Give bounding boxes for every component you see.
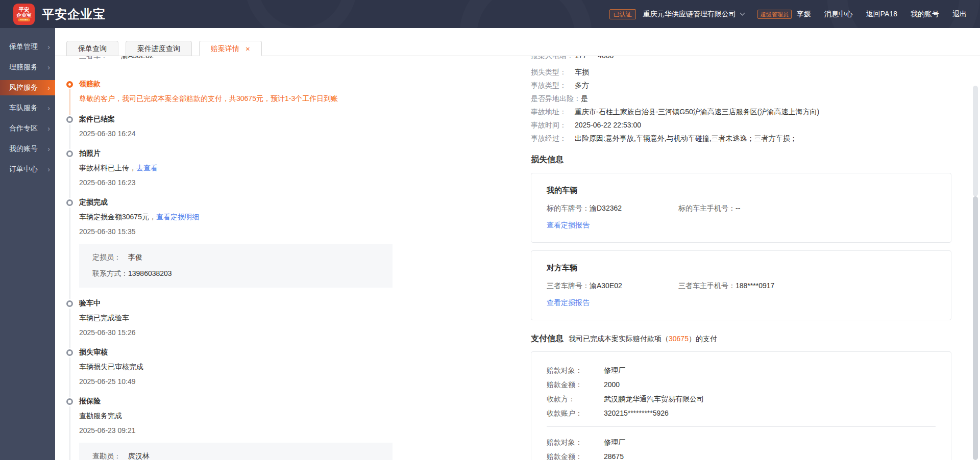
sidebar-item-my-account[interactable]: 我的账号› xyxy=(0,141,55,157)
timeline-dot-icon xyxy=(66,300,73,307)
header-link-message-center[interactable]: 消息中心 xyxy=(824,10,853,19)
sidebar-item-label: 合作专区 xyxy=(9,124,47,133)
field-value: 渝D32362 xyxy=(590,204,622,212)
scrollbar-thumb[interactable] xyxy=(973,196,978,460)
field-value: 修理厂 xyxy=(604,365,625,375)
vehicle-field: 标的车牌号：渝D32362 xyxy=(547,204,678,213)
view-loss-report-link[interactable]: 查看定损报告 xyxy=(547,298,590,308)
timeline-desc-link[interactable]: 查看定损明细 xyxy=(156,213,199,221)
payment-row: 收款方：武汉鹏龙华通汽车贸易有限公司 xyxy=(547,394,936,404)
payment-subtitle-suffix: ）的支付 xyxy=(689,335,717,343)
view-loss-report-link[interactable]: 查看定损报告 xyxy=(547,221,590,230)
timeline-step-title: 案件已结案 xyxy=(79,115,419,124)
top-header: 平安 企业宝 PINGAN 平安企业宝 已认证 重庆元华供应链管理有限公司 超级… xyxy=(0,0,980,28)
tab-policy-query[interactable]: 保单查询 xyxy=(66,41,118,56)
field-value: 2000 xyxy=(604,379,620,390)
field-label: 联系方式： xyxy=(92,269,128,278)
header-link-logout[interactable]: 退出 xyxy=(952,10,967,19)
company-selector[interactable]: 重庆元华供应链管理有限公司 xyxy=(643,10,744,19)
tab-label: 赔案详情 xyxy=(211,41,239,56)
app-logo-subtext: PINGAN xyxy=(18,18,30,21)
field-value: 2025-06-22 22:53:00 xyxy=(575,120,641,130)
timeline-item-case-closed: 案件已结案2025-06-30 16:24 xyxy=(66,115,419,149)
field-value: 李俊 xyxy=(128,253,142,261)
timeline-desc-link[interactable]: 去查看 xyxy=(136,164,158,172)
loss-info-title: 损失信息 xyxy=(531,155,951,165)
chevron-right-icon: › xyxy=(47,145,50,153)
payment-entry: 赔款对象：修理厂赔款金额：28675收款方：武汉鹏龙华通汽车贸易有限公司收款账户… xyxy=(547,437,936,460)
tab-claim-detail[interactable]: 赔案详情× xyxy=(199,41,262,56)
chevron-right-icon: › xyxy=(47,84,50,92)
timeline-step-desc: 查勘服务完成 xyxy=(79,412,419,421)
sidebar-item-claims-service[interactable]: 理赔服务› xyxy=(0,60,55,75)
timeline-connector xyxy=(69,208,70,299)
tab-label: 保单查询 xyxy=(78,44,107,53)
timeline-connector xyxy=(69,124,70,149)
header-link-back-to-pa18[interactable]: 返回PA18 xyxy=(866,10,897,19)
timeline-step-time: 2025-06-25 10:49 xyxy=(79,377,419,386)
tab-label: 案件进度查询 xyxy=(137,44,180,53)
payment-divider xyxy=(547,426,936,427)
chevron-right-icon: › xyxy=(47,63,50,71)
chevron-right-icon: › xyxy=(47,165,50,173)
field-value: 武汉鹏龙华通汽车贸易有限公司 xyxy=(604,394,704,404)
claim-detail-panel: 报案人电话： 177****4000 损失类型：车损事故类型：多方是否异地出险：… xyxy=(531,52,951,460)
accident-info-rows: 损失类型：车损事故类型：多方是否异地出险：是事故地址：重庆市-石柱土家族自治县-… xyxy=(531,67,951,143)
sidebar-item-risk-control-service[interactable]: 风控服务› xyxy=(0,80,55,95)
user-name[interactable]: 李媛 xyxy=(797,10,811,19)
accident-info-row: 事故时间：2025-06-22 22:53:00 xyxy=(531,120,951,130)
timeline-step-desc: 车辆损失已审核完成 xyxy=(79,363,419,372)
timeline-step-desc: 车辆已完成验车 xyxy=(79,314,419,323)
sidebar-item-policy-management[interactable]: 保单管理› xyxy=(0,39,55,55)
timeline-desc-text: 事故材料已上传， xyxy=(79,164,136,172)
tab-case-progress-query[interactable]: 案件进度查询 xyxy=(126,41,192,56)
field-label: 标的车主手机号： xyxy=(678,204,736,212)
timeline-detail-box: 查勘员：庹汉林 xyxy=(79,443,393,460)
field-label: 是否异地出险： xyxy=(531,93,581,104)
sidebar-item-cooperation-zone[interactable]: 合作专区› xyxy=(0,121,55,136)
accident-info-row: 事故地址：重庆市-石柱土家族自治县-三河镇G50沪渝高速三店服务区(沪渝高速上海… xyxy=(531,107,951,117)
timeline-step-time: 2025-06-30 15:35 xyxy=(79,227,419,236)
field-value: 是 xyxy=(581,93,588,104)
sidebar: 保单管理›理赔服务›风控服务›车队服务›合作专区›我的账号›订单中心› xyxy=(0,28,55,460)
timeline-connector xyxy=(69,357,70,397)
timeline-step-desc: 车辆定损金额30675元，查看定损明细 xyxy=(79,213,419,222)
field-value: 渝A30E02 xyxy=(590,282,622,290)
detail-box-row: 定损员：李俊 xyxy=(92,253,379,262)
chevron-right-icon: › xyxy=(47,104,50,112)
timeline-step-title: 损失审核 xyxy=(79,348,419,357)
company-name: 重庆元华供应链管理有限公司 xyxy=(643,10,736,19)
timeline-item-loss-assessment-complete: 定损完成车辆定损金额30675元，查看定损明细2025-06-30 15:35定… xyxy=(66,198,419,299)
app-logo-text: 平安 企业宝 xyxy=(16,7,32,18)
timeline-connector xyxy=(69,89,70,115)
close-icon[interactable]: × xyxy=(246,45,250,53)
field-value: 车损 xyxy=(575,67,589,77)
accident-info-row: 事故类型：多方 xyxy=(531,80,951,90)
field-value: 188****0917 xyxy=(736,282,774,290)
sidebar-item-label: 我的账号 xyxy=(9,144,47,154)
timeline-item-loss-review: 损失审核车辆损失已审核完成2025-06-25 10:49 xyxy=(66,348,419,397)
timeline-step-desc: 事故材料已上传，去查看 xyxy=(79,164,419,173)
sidebar-item-fleet-service[interactable]: 车队服务› xyxy=(0,100,55,116)
payment-row: 赔款金额：2000 xyxy=(547,379,936,390)
timeline-step-time: 2025-06-23 09:21 xyxy=(79,426,419,435)
payment-card: 赔款对象：修理厂赔款金额：2000收款方：武汉鹏龙华通汽车贸易有限公司收款账户：… xyxy=(531,351,951,460)
scrollbar-thumb-secondary[interactable] xyxy=(973,86,978,196)
timeline-dot-icon xyxy=(66,81,73,88)
vehicle-field: 三者车牌号：渝A30E02 xyxy=(547,282,678,291)
payment-info-title: 支付信息 xyxy=(531,334,564,344)
field-label: 收款账户： xyxy=(547,408,604,418)
header-link-my-account[interactable]: 我的账号 xyxy=(911,10,939,19)
timeline-step-time: 2025-06-30 16:23 xyxy=(79,178,419,187)
field-label: 事故地址： xyxy=(531,107,575,117)
vehicle-field: 三者车主手机号：188****0917 xyxy=(678,282,774,291)
role-badge: 超级管理员 xyxy=(757,10,792,19)
sidebar-item-order-center[interactable]: 订单中心› xyxy=(0,162,55,177)
timeline: 领赔款尊敬的客户，我司已完成本案全部赔款的支付，共30675元，预计1-3个工作… xyxy=(66,80,419,460)
vehicle-field: 标的车主手机号：-- xyxy=(678,204,740,213)
accident-info-row: 损失类型：车损 xyxy=(531,67,951,77)
payment-entry: 赔款对象：修理厂赔款金额：2000收款方：武汉鹏龙华通汽车贸易有限公司收款账户：… xyxy=(547,365,936,418)
header-decoration-circle xyxy=(459,0,592,28)
field-label: 事故类型： xyxy=(531,80,575,90)
timeline-dot-icon xyxy=(66,116,73,123)
